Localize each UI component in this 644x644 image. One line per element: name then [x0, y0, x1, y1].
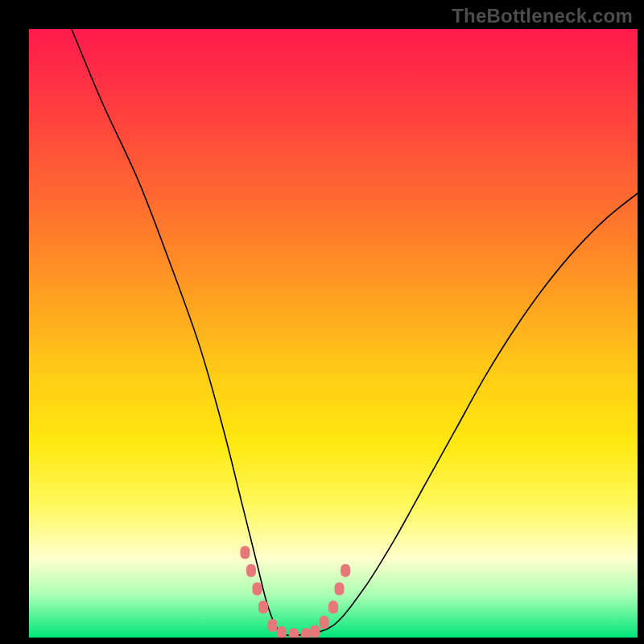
highlight-markers — [240, 546, 350, 638]
chart-container: TheBottleneck.com — [0, 0, 644, 644]
marker-point — [258, 601, 268, 613]
marker-point — [246, 564, 256, 577]
bottleneck-curve-path — [72, 29, 638, 636]
marker-point — [328, 601, 338, 613]
marker-point — [289, 628, 299, 638]
marker-point — [335, 583, 345, 596]
marker-point — [277, 626, 287, 638]
marker-point — [267, 619, 277, 632]
plot-area — [29, 29, 638, 638]
marker-point — [253, 583, 262, 596]
watermark-text: TheBottleneck.com — [452, 5, 633, 27]
marker-point — [341, 564, 350, 577]
marker-point — [240, 546, 250, 559]
marker-point — [310, 625, 320, 638]
marker-point — [320, 616, 329, 629]
bottleneck-curve-svg — [29, 29, 638, 638]
marker-point — [301, 628, 311, 638]
